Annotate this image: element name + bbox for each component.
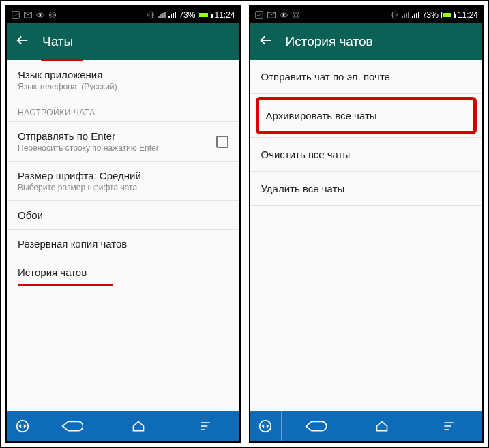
app-bar: Чаты	[7, 23, 239, 60]
nav-recents-button[interactable]	[415, 411, 482, 441]
svg-rect-5	[149, 12, 153, 18]
back-button[interactable]	[258, 33, 273, 50]
highlight-box: Архивировать все чаты	[256, 97, 477, 134]
row-label: Отправлять по Enter	[18, 130, 159, 142]
battery-pct: 73%	[179, 10, 195, 20]
row-label: Удалить все чаты	[261, 183, 472, 194]
notif-icon	[254, 10, 264, 20]
settings-list: Язык приложения Язык телефона: (Русский)…	[7, 61, 239, 411]
row-backup[interactable]: Резервная копия чатов	[7, 230, 239, 258]
signal-2-icon	[168, 12, 176, 18]
svg-point-11	[293, 12, 299, 18]
svg-rect-12	[393, 12, 396, 18]
nav-back-button[interactable]	[282, 411, 349, 441]
back-button[interactable]	[15, 33, 30, 50]
clock: 11:24	[214, 10, 235, 20]
battery-icon	[198, 12, 211, 18]
section-header: НАСТРОЙКИ ЧАТА	[7, 100, 239, 121]
phone-left: 73% 11:24 Чаты Язык приложения Язык теле…	[5, 5, 241, 443]
nav-home-button[interactable]	[349, 411, 415, 441]
svg-point-6	[16, 421, 28, 432]
row-send-on-enter[interactable]: Отправлять по Enter Переносить строку по…	[7, 122, 239, 161]
mail-icon	[23, 10, 33, 20]
svg-rect-7	[255, 12, 263, 19]
row-label: Обои	[18, 209, 228, 221]
row-sublabel: Язык телефона: (Русский)	[18, 82, 228, 91]
row-font-size[interactable]: Размер шрифта: Средний Выберите размер ш…	[7, 162, 239, 200]
svg-point-10	[282, 14, 284, 16]
battery-icon	[441, 12, 455, 18]
nav-recents-button[interactable]	[172, 411, 239, 441]
checkbox[interactable]	[216, 136, 228, 148]
sync-icon	[48, 10, 57, 20]
row-app-language[interactable]: Язык приложения Язык телефона: (Русский)	[7, 61, 239, 100]
page-title: Чаты	[42, 34, 73, 49]
divider	[250, 93, 483, 94]
teamviewer-button[interactable]	[250, 411, 282, 441]
vibrate-icon	[389, 10, 399, 20]
row-label: История чатов	[18, 267, 228, 278]
nav-bar	[250, 411, 483, 441]
signal-1-icon	[158, 12, 166, 18]
row-label: Очистить все чаты	[261, 149, 472, 160]
app-bar: История чатов	[250, 23, 483, 60]
nav-back-button[interactable]	[38, 411, 105, 441]
row-label: Размер шрифта: Средний	[18, 170, 228, 181]
mail-icon	[267, 10, 276, 20]
svg-point-4	[49, 12, 55, 18]
row-wallpaper[interactable]: Обои	[7, 201, 239, 229]
row-clear-all[interactable]: Очистить все чаты	[250, 138, 483, 171]
row-sublabel: Переносить строку по нажатию Enter	[18, 143, 159, 153]
page-title: История чатов	[286, 34, 373, 49]
row-chat-history[interactable]: История чатов	[7, 258, 239, 282]
eye-icon	[35, 10, 45, 20]
signal-1-icon	[402, 12, 409, 18]
vibrate-icon	[146, 10, 155, 20]
signal-2-icon	[412, 12, 419, 18]
row-sublabel: Выберите размер шрифта чата	[18, 183, 228, 192]
sync-icon	[291, 10, 301, 20]
status-bar: 73% 11:24	[250, 7, 483, 23]
svg-point-3	[40, 14, 41, 16]
row-email-chat[interactable]: Отправить чат по эл. почте	[250, 60, 483, 93]
eye-icon	[279, 10, 288, 20]
svg-point-13	[260, 421, 271, 432]
row-delete-all[interactable]: Удалить все чаты	[250, 172, 483, 205]
clock: 11:24	[458, 10, 478, 20]
battery-pct: 73%	[422, 10, 439, 20]
nav-bar	[7, 411, 239, 441]
history-underline	[18, 284, 113, 286]
svg-rect-0	[12, 12, 20, 19]
notif-icon	[11, 10, 20, 20]
nav-home-button[interactable]	[105, 411, 172, 441]
divider	[250, 205, 483, 206]
divider	[7, 290, 239, 290]
row-label: Резервная копия чатов	[18, 238, 228, 250]
status-bar: 73% 11:24	[7, 7, 239, 23]
row-archive-all[interactable]: Архивировать все чаты	[266, 110, 467, 121]
row-label: Отправить чат по эл. почте	[261, 71, 472, 83]
row-label: Язык приложения	[18, 69, 228, 80]
history-list: Отправить чат по эл. почте Архивировать …	[250, 60, 483, 411]
phone-right: 73% 11:24 История чатов Отправить чат по…	[249, 5, 484, 443]
teamviewer-button[interactable]	[7, 411, 38, 441]
